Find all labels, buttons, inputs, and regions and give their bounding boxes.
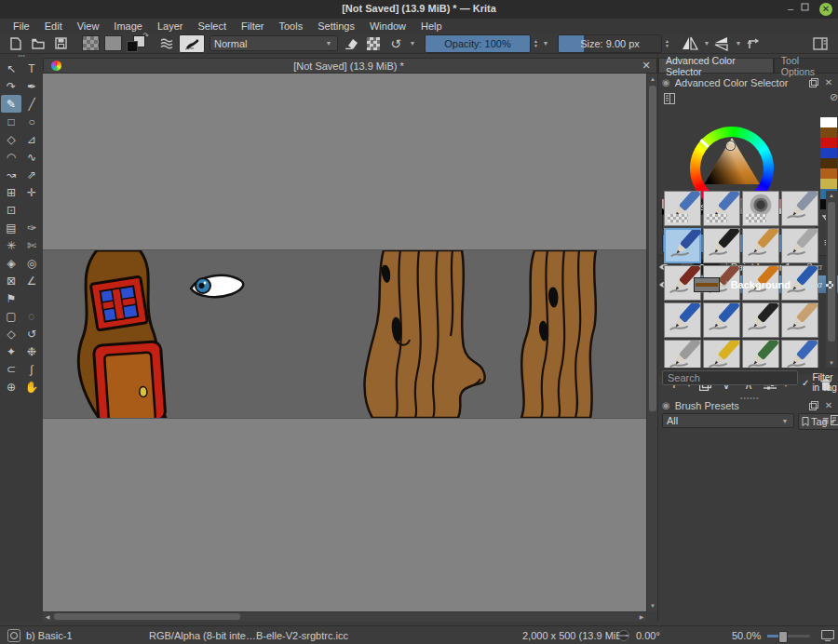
- close-panel-icon[interactable]: ✕: [822, 400, 835, 410]
- brush-preset-eraser-small[interactable]: [703, 191, 740, 226]
- brush-preset-eraser-circle[interactable]: [664, 191, 701, 226]
- history-swatch-3[interactable]: [820, 148, 837, 158]
- scroll-left-icon[interactable]: ◀: [43, 612, 52, 622]
- colorspace-info[interactable]: RGB/Alpha (8-bit inte…B-elle-V2-srgbtrc.…: [149, 630, 348, 641]
- rotation-icon[interactable]: [617, 630, 630, 641]
- magnetic-select-tool[interactable]: ∫: [21, 360, 42, 378]
- brush-preset-pencil-blue-2[interactable]: [664, 302, 701, 338]
- scroll-right-icon[interactable]: ▶: [637, 612, 646, 622]
- opacity-spinner[interactable]: ▲▼: [531, 35, 541, 52]
- freehand-brush-tool[interactable]: ✎: [1, 95, 21, 113]
- brush-preset-pen-red-band[interactable]: [742, 302, 779, 338]
- panel-lock-icon[interactable]: ◉: [662, 400, 670, 410]
- menu-view[interactable]: View: [70, 20, 107, 33]
- scroll-down-icon[interactable]: ▼: [826, 358, 837, 368]
- brush-preset-ink-pen[interactable]: [703, 228, 740, 263]
- menu-file[interactable]: File: [6, 20, 37, 33]
- lock-icon[interactable]: [805, 280, 814, 289]
- chevron-down-icon[interactable]: ▼: [702, 40, 711, 47]
- bezier-select-tool[interactable]: ⊂: [1, 360, 21, 378]
- reference-images-tool[interactable]: ⚑: [1, 289, 21, 307]
- history-swatch-0[interactable]: [820, 117, 837, 127]
- blending-mode-select[interactable]: Normal ▼: [210, 35, 338, 51]
- menu-window[interactable]: Window: [362, 20, 413, 33]
- brush-preset-pencil-blue-3[interactable]: [703, 302, 740, 338]
- size-slider[interactable]: Size: 9.00 px: [558, 34, 662, 53]
- brush-preset-airbrush-soft[interactable]: [781, 191, 818, 226]
- fullscreen-monitor-icon[interactable]: [821, 630, 834, 641]
- presets-menu-icon[interactable]: ≡: [822, 414, 829, 427]
- pattern-swatch[interactable]: [80, 35, 101, 52]
- minimize-button[interactable]: –: [784, 3, 797, 16]
- move-tool[interactable]: ✛: [21, 183, 42, 201]
- fg-bg-colors-widget[interactable]: ↷: [125, 35, 147, 52]
- selector-settings-icon[interactable]: [664, 93, 675, 104]
- rectangle-tool[interactable]: □: [1, 113, 21, 130]
- gradient-swatch[interactable]: [102, 35, 123, 52]
- workspace-chooser-icon[interactable]: [810, 35, 831, 52]
- similar-color-select-tool[interactable]: ❉: [21, 342, 42, 360]
- brush-preset-pen-blue-fountain[interactable]: [781, 340, 818, 368]
- reload-preset-icon[interactable]: ↺: [385, 35, 406, 52]
- history-swatch-5[interactable]: [820, 168, 837, 179]
- new-document-icon[interactable]: [6, 35, 26, 52]
- multibrush-tool[interactable]: ⇗: [21, 166, 42, 183]
- hscroll-thumb[interactable]: [54, 613, 240, 620]
- rect-select-tool[interactable]: ▢: [1, 307, 21, 325]
- ellipse-select-tool[interactable]: ◌: [21, 307, 42, 325]
- filter-in-tag-checkbox[interactable]: ✓ Filter in Tag: [802, 372, 838, 393]
- inherit-alpha-icon[interactable]: [826, 281, 833, 288]
- history-swatch-6[interactable]: [820, 179, 837, 189]
- choose-brush-preset-icon[interactable]: [156, 35, 177, 52]
- dynamic-brush-tool[interactable]: ↝: [1, 166, 21, 183]
- close-panel-icon[interactable]: ✕: [822, 77, 835, 87]
- tab-tool-options[interactable]: Tool Options: [774, 58, 838, 74]
- close-button[interactable]: ✕: [819, 3, 832, 16]
- brush-preset-pencil-yellow[interactable]: [703, 340, 740, 368]
- freehand-select-tool[interactable]: ↺: [21, 325, 42, 342]
- menu-edit[interactable]: Edit: [37, 20, 70, 33]
- chevron-down-icon[interactable]: ▼: [541, 40, 550, 47]
- no-color-icon[interactable]: ⊘: [830, 91, 838, 103]
- colorize-mask-tool[interactable]: ✳: [1, 236, 21, 254]
- alpha-lock-icon[interactable]: α: [818, 280, 822, 289]
- menu-settings[interactable]: Settings: [310, 20, 362, 33]
- document-size-info[interactable]: 2,000 x 500 (13.9 MiB): [522, 630, 626, 641]
- history-swatch-2[interactable]: [820, 138, 837, 148]
- fill-tool[interactable]: ◈: [1, 254, 21, 272]
- chevron-down-icon[interactable]: ▼: [734, 40, 743, 47]
- scroll-up-icon[interactable]: ▲: [826, 191, 837, 200]
- gradient-tool[interactable]: ▤: [1, 219, 21, 236]
- enclose-fill-tool[interactable]: ◎: [21, 254, 42, 272]
- preserve-alpha-icon[interactable]: [363, 35, 384, 52]
- brush-preview-icon[interactable]: [7, 629, 20, 642]
- swap-colors-icon[interactable]: ↷: [142, 32, 149, 40]
- save-icon[interactable]: [50, 35, 71, 52]
- menu-select[interactable]: Select: [190, 20, 234, 33]
- line-tool[interactable]: ╱: [21, 95, 42, 113]
- polyline-tool[interactable]: ⊿: [21, 130, 42, 148]
- transform-tool[interactable]: ⊞: [1, 183, 21, 201]
- opacity-slider[interactable]: Opacity: 100%: [425, 34, 531, 53]
- chevron-down-icon[interactable]: ▼: [408, 40, 417, 47]
- select-shapes-tool[interactable]: ↖: [1, 60, 21, 77]
- canvas-viewport[interactable]: [43, 74, 646, 611]
- mirror-horizontal-icon[interactable]: [680, 35, 700, 52]
- open-document-icon[interactable]: [28, 35, 48, 52]
- menu-layer[interactable]: Layer: [150, 20, 191, 33]
- zoom-tool[interactable]: ⊕: [1, 378, 21, 396]
- polygon-select-tool[interactable]: ◇: [1, 325, 21, 342]
- menu-tools[interactable]: Tools: [272, 20, 311, 33]
- brush-preset-pencil-wood[interactable]: [781, 302, 818, 338]
- magic-wand-select-tool[interactable]: ✦: [1, 342, 21, 360]
- ellipse-tool[interactable]: ○: [21, 113, 42, 130]
- history-swatch-1[interactable]: [820, 127, 837, 138]
- measure-tool[interactable]: ∠: [21, 272, 42, 289]
- menu-help[interactable]: Help: [413, 20, 450, 33]
- canvas-horizontal-scrollbar[interactable]: ◀ ▶: [43, 611, 646, 622]
- history-swatch-4[interactable]: [820, 158, 837, 168]
- bezier-curve-tool[interactable]: ◠: [1, 148, 21, 166]
- edit-shapes-tool[interactable]: ↷: [1, 77, 21, 95]
- assistants-tool[interactable]: ⊠: [1, 272, 21, 289]
- tag-filter-select[interactable]: All ▼: [662, 413, 794, 428]
